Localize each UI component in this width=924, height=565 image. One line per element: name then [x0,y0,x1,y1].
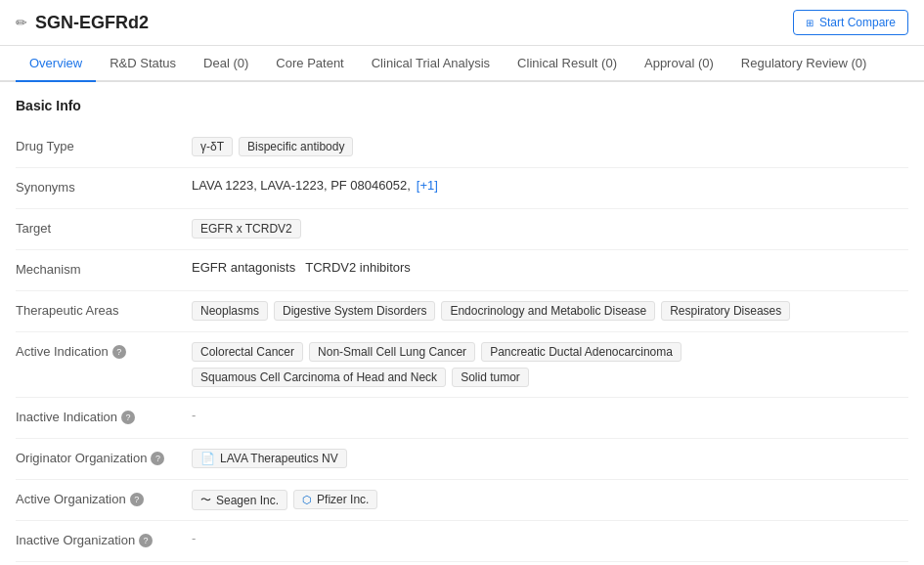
inactive-indication-label: Inactive Indication ? [16,408,192,424]
originator-org-name: LAVA Therapeutics NV [220,452,338,465]
synonyms-label: Synonyms [16,178,192,195]
start-compare-button[interactable]: ⊞ Start Compare [793,10,908,35]
compare-btn-label: Start Compare [819,16,896,29]
section-title: Basic Info [16,98,908,113]
indication-tag-2[interactable]: Non-Small Cell Lung Cancer [309,342,475,362]
compare-icon: ⊞ [806,18,814,28]
inactive-indication-help-icon[interactable]: ? [121,411,135,424]
therapeutic-areas-value: Neoplasms Digestive System Disorders End… [192,301,908,321]
tab-approval[interactable]: Approval (0) [631,46,727,82]
target-row: Target EGFR x TCRDV2 [16,209,908,250]
seagen-name: Seagen Inc. [216,494,279,507]
synonyms-text: LAVA 1223, LAVA-1223, PF 08046052, [192,178,411,193]
therapeutic-tag-3[interactable]: Endocrinology and Metabolic Disease [441,301,655,321]
inactive-org-help-icon[interactable]: ? [139,534,153,547]
page-header: ✏ SGN-EGFRd2 ⊞ Start Compare [0,0,924,46]
indication-tag-5[interactable]: Solid tumor [452,368,529,387]
mechanism-text-2: TCRDV2 inhibitors [305,260,411,275]
tab-rd-status[interactable]: R&D Status [96,46,190,82]
inactive-indication-dash: - [192,408,196,422]
mechanism-value: EGFR antagonists TCRDV2 inhibitors [192,260,908,275]
inactive-indication-value: - [192,408,908,422]
drug-type-row: Drug Type γ-δT Bispecific antibody [16,127,908,168]
pfizer-name: Pfizer Inc. [317,493,369,506]
tab-clinical-result[interactable]: Clinical Result (0) [504,46,631,82]
drug-type-tag-1[interactable]: γ-δT [192,137,233,156]
target-label: Target [16,219,192,236]
originator-org-help-icon[interactable]: ? [151,452,164,465]
tab-deal[interactable]: Deal (0) [190,46,262,82]
drug-type-tag-2[interactable]: Bispecific antibody [239,137,353,156]
inactive-org-value: - [192,531,908,545]
indication-tag-3[interactable]: Pancreatic Ductal Adenocarcinoma [481,342,682,362]
tab-regulatory-review[interactable]: Regulatory Review (0) [727,46,881,82]
therapeutic-areas-row: Therapeutic Areas Neoplasms Digestive Sy… [16,291,908,332]
mechanism-row: Mechanism EGFR antagonists TCRDV2 inhibi… [16,250,908,291]
inactive-org-row: Inactive Organization ? - [16,521,908,562]
inactive-org-dash: - [192,531,196,545]
active-indication-value: Colorectal Cancer Non-Small Cell Lung Ca… [192,342,908,387]
originator-org-value: 📄 LAVA Therapeutics NV [192,449,908,468]
active-indication-help-icon[interactable]: ? [112,345,126,359]
nav-tabs: Overview R&D Status Deal (0) Core Patent… [0,46,924,82]
synonyms-value: LAVA 1223, LAVA-1223, PF 08046052, [+1] [192,178,908,193]
drug-name: SGN-EGFRd2 [35,13,149,33]
active-org-row: Active Organization ? 〜 Seagen Inc. ⬡ Pf… [16,480,908,521]
seagen-icon: 〜 [200,493,211,507]
indication-tag-4[interactable]: Squamous Cell Carcinoma of Head and Neck [192,368,446,387]
active-org-label: Active Organization ? [16,490,192,506]
originator-org-icon: 📄 [200,452,215,465]
edit-icon[interactable]: ✏ [16,15,27,30]
target-value: EGFR x TCRDV2 [192,219,908,239]
tab-overview[interactable]: Overview [16,46,96,82]
therapeutic-areas-label: Therapeutic Areas [16,301,192,318]
active-org-value: 〜 Seagen Inc. ⬡ Pfizer Inc. [192,490,908,510]
originator-org-label: Originator Organization ? [16,449,192,465]
active-indication-label: Active Indication ? [16,342,192,359]
synonyms-row: Synonyms LAVA 1223, LAVA-1223, PF 080460… [16,168,908,209]
mechanism-label: Mechanism [16,260,192,277]
main-content: Basic Info Drug Type γ-δT Bispecific ant… [0,82,924,565]
header-left: ✏ SGN-EGFRd2 [16,13,149,33]
active-org-help-icon[interactable]: ? [130,493,144,506]
inactive-indication-row: Inactive Indication ? - [16,398,908,439]
originator-org-tag[interactable]: 📄 LAVA Therapeutics NV [192,449,347,468]
therapeutic-tag-2[interactable]: Digestive System Disorders [274,301,435,321]
inactive-org-label: Inactive Organization ? [16,531,192,547]
active-org-tag-1[interactable]: 〜 Seagen Inc. [192,490,287,510]
mechanism-text-1: EGFR antagonists [192,260,295,275]
drug-type-value: γ-δT Bispecific antibody [192,137,908,156]
tab-core-patent[interactable]: Core Patent [262,46,357,82]
indication-tag-1[interactable]: Colorectal Cancer [192,342,303,362]
originator-org-row: Originator Organization ? 📄 LAVA Therape… [16,439,908,480]
synonyms-more-link[interactable]: [+1] [417,178,438,193]
drug-type-label: Drug Type [16,137,192,153]
therapeutic-tag-1[interactable]: Neoplasms [192,301,268,321]
pfizer-icon: ⬡ [302,494,312,506]
active-org-tag-2[interactable]: ⬡ Pfizer Inc. [293,490,377,509]
active-indication-row: Active Indication ? Colorectal Cancer No… [16,332,908,398]
target-tag[interactable]: EGFR x TCRDV2 [192,219,301,239]
tab-clinical-trial[interactable]: Clinical Trial Analysis [358,46,504,82]
therapeutic-tag-4[interactable]: Respiratory Diseases [661,301,790,321]
